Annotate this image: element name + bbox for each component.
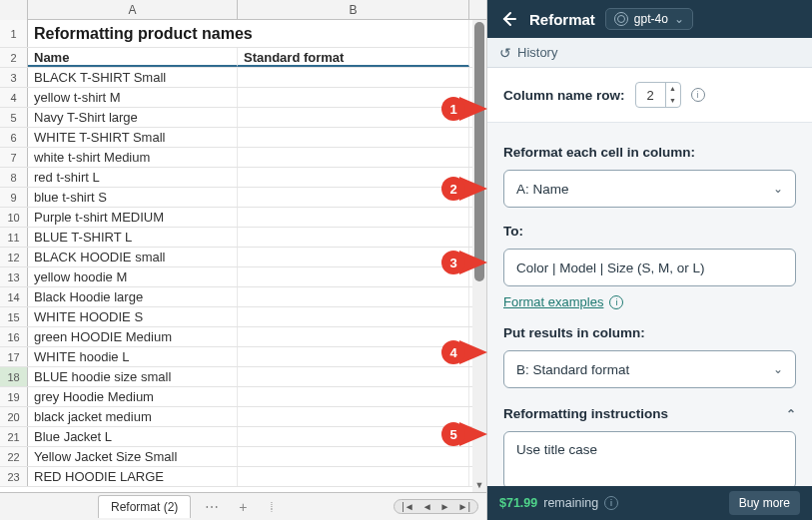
panel-header: Reformat gpt-4o ⌄ [487,0,812,38]
cell-name[interactable]: Navy T-Shirt large [28,108,238,127]
dest-column-select[interactable]: B: Standard format ⌄ [503,350,796,388]
info-icon[interactable]: i [609,295,623,309]
cell-name[interactable]: Yellow Jacket Size Small [28,447,238,466]
col-name-row-stepper[interactable]: 2 ▲ ▼ [635,82,681,108]
sheet-tab-active[interactable]: Reformat (2) [98,495,191,518]
row-header[interactable]: 14 [0,287,28,306]
row-header[interactable]: 20 [0,407,28,426]
cell-standard[interactable] [238,188,469,207]
row-header[interactable]: 13 [0,267,28,286]
cell-standard[interactable] [238,387,469,406]
cell-name[interactable]: Purple t-shirt MEDIUM [28,208,238,227]
row-header[interactable]: 11 [0,228,28,247]
cell-name[interactable]: BLUE T-SHIRT L [28,228,238,247]
header-standard[interactable]: Standard format [238,48,469,67]
cell-name[interactable]: WHITE T-SHIRT Small [28,128,238,147]
cell-standard[interactable] [238,327,469,346]
cell-name[interactable]: green HOODIE Medium [28,327,238,346]
row-header[interactable]: 12 [0,248,28,266]
format-examples-link[interactable]: Format examples [503,294,603,309]
row-header[interactable]: 2 [0,48,28,67]
cell-name[interactable]: blue t-shirt S [28,188,238,207]
scroll-down-arrow[interactable]: ▼ [472,478,486,492]
col-header-b[interactable]: B [238,0,469,19]
to-label: To: [503,224,796,239]
cell-standard[interactable] [238,208,469,227]
cell-name[interactable]: grey Hoodie Medium [28,387,238,406]
col-header-a[interactable]: A [28,0,238,19]
row-header[interactable]: 9 [0,188,28,207]
row-header[interactable]: 23 [0,467,28,486]
model-selector[interactable]: gpt-4o ⌄ [605,8,693,30]
cell-standard[interactable] [238,228,469,247]
history-bar[interactable]: ↺ History [487,38,812,68]
cell-standard[interactable] [238,287,469,306]
instructions-label: Reformatting instructions [503,406,668,421]
source-column-select[interactable]: A: Name ⌄ [503,170,796,208]
to-format-input[interactable]: Color | Model | Size (S, M, or L) [503,249,796,286]
cell-name[interactable]: yellow hoodie M [28,267,238,286]
cell-standard[interactable] [238,267,469,286]
row-header[interactable]: 15 [0,307,28,326]
instructions-header[interactable]: Reformatting instructions ⌃ [503,406,796,421]
corner-cell[interactable] [0,0,28,20]
cell-name[interactable]: yellow t-shirt M [28,88,238,107]
row-header[interactable]: 22 [0,447,28,466]
cell-standard[interactable] [238,148,469,167]
cell-standard[interactable] [238,108,469,127]
info-icon[interactable]: i [691,88,705,102]
row-header[interactable]: 17 [0,347,28,366]
nav-next-icon[interactable]: ► [437,501,453,512]
cell-standard[interactable] [238,128,469,147]
cell-standard[interactable] [238,68,469,87]
cell-standard[interactable] [238,88,469,107]
header-name[interactable]: Name [28,48,238,67]
row-header[interactable]: 21 [0,427,28,446]
buy-more-button[interactable]: Buy more [729,491,800,515]
cell-standard[interactable] [238,367,469,386]
row-header[interactable]: 5 [0,108,28,127]
tab-menu-icon[interactable]: ⋯ [199,499,225,515]
back-button[interactable] [497,8,519,30]
row-header[interactable]: 8 [0,168,28,187]
cell-name[interactable]: white t-shirt Medium [28,148,238,167]
cell-standard[interactable] [238,447,469,466]
row-header[interactable]: 1 [0,20,28,47]
cell-standard[interactable] [238,427,469,446]
cell-standard[interactable] [238,467,469,486]
cell-name[interactable]: BLUE hoodie size small [28,367,238,386]
cell-name[interactable]: WHITE HOODIE S [28,307,238,326]
row-header[interactable]: 18 [0,367,28,386]
scrollbar-thumb[interactable] [474,22,484,281]
row-header[interactable]: 3 [0,68,28,87]
nav-last-icon[interactable]: ►| [455,501,474,512]
row-header[interactable]: 7 [0,148,28,167]
row-header[interactable]: 19 [0,387,28,406]
row-header[interactable]: 10 [0,208,28,227]
info-icon[interactable]: i [604,496,618,510]
nav-prev-icon[interactable]: ◄ [419,501,435,512]
add-sheet-icon[interactable]: + [233,499,253,515]
row-header[interactable]: 16 [0,327,28,346]
cell-name[interactable]: WHITE hoodie L [28,347,238,366]
cell-name[interactable]: red t-shirt L [28,168,238,187]
nav-first-icon[interactable]: |◄ [399,501,417,512]
row-header[interactable]: 6 [0,128,28,147]
cell-name[interactable]: black jacket medium [28,407,238,426]
cell-standard[interactable] [238,407,469,426]
row-header[interactable]: 4 [0,88,28,107]
cell-name[interactable]: Blue Jacket L [28,427,238,446]
cell-name[interactable]: BLACK HOODIE small [28,248,238,266]
cell-standard[interactable] [238,307,469,326]
cell-standard[interactable] [238,168,469,187]
stepper-up-icon[interactable]: ▲ [666,83,680,95]
cell-standard[interactable] [238,347,469,366]
cell-name[interactable]: BLACK T-SHIRT Small [28,68,238,87]
cell-name[interactable]: RED HOODIE LARGE [28,467,238,486]
sheet-title[interactable]: Reformatting product names [28,20,469,47]
cell-standard[interactable] [238,248,469,266]
stepper-down-icon[interactable]: ▼ [666,95,680,107]
cell-name[interactable]: Black Hoodie large [28,287,238,306]
balance-suffix: remaining [543,496,598,510]
instructions-textarea[interactable]: Use title case [503,431,796,486]
